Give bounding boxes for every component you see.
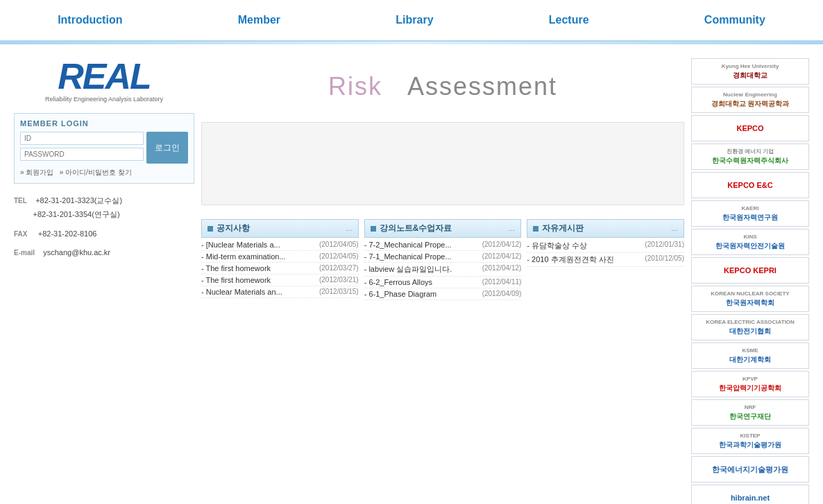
board-item-title[interactable]: - 6-1_Phase Diagram <box>364 290 479 298</box>
board-more-lecture[interactable]: … <box>508 225 515 232</box>
sponsor-item-2[interactable]: KEPCO <box>691 115 809 141</box>
nav-item-member[interactable]: Member <box>224 10 294 30</box>
tel2-row: +82-31-201-3354(연구실) <box>14 208 194 222</box>
board-item: - 6-1_Phase Diagram (2012/04/09) <box>364 288 522 300</box>
board-title-lecture: 강의노트&수업자료 <box>380 223 452 234</box>
sponsor-item-10[interactable]: KSME대한기계학회 <box>691 342 809 369</box>
logo-area: REAL Reliability Engineering Analysis La… <box>14 58 194 103</box>
login-button[interactable]: 로그인 <box>146 132 188 164</box>
board-item: - 2010 추계원전견학 사진 (2010/12/05) <box>527 253 684 267</box>
board-item-date: (2012/04/05) <box>319 241 359 249</box>
login-row: 로그인 <box>20 132 188 164</box>
board-item: - 6-2_Ferrous Alloys (2012/04/11) <box>364 277 522 288</box>
board-item-date: (2012/04/05) <box>319 252 359 261</box>
board-more-freeboard[interactable]: … <box>671 225 678 232</box>
tel1: +82-31-201-3323(교수실) <box>35 196 122 205</box>
register-link[interactable]: » 회원가입 <box>20 168 53 176</box>
board-item-title[interactable]: - Mid-term examination... <box>201 252 316 261</box>
board-item: - The first homework (2012/03/27) <box>201 263 359 275</box>
sponsor-text-13: KISTEP한국과학기술평가원 <box>718 431 783 450</box>
sponsor-item-8[interactable]: KOREAN NUCLEAR SOCIETY한국원자력학회 <box>691 286 809 312</box>
board-item-date: (2012/04/12) <box>482 252 522 261</box>
sponsor-text-11: KPVP한국압력기기공학회 <box>718 374 783 393</box>
board-item-date: (2012/03/21) <box>319 276 359 284</box>
sponsor-item-4[interactable]: KEPCO E&C <box>691 172 809 198</box>
sponsor-item-1[interactable]: Nuclear Engineering경희대학교 원자력공학과 <box>691 87 809 113</box>
sponsor-item-11[interactable]: KPVP한국압력기기공학회 <box>691 371 809 397</box>
board-item-date: (2012/04/09) <box>482 290 522 298</box>
nav-item-lecture[interactable]: Lecture <box>535 10 603 30</box>
board-title-freeboard: 자유게시판 <box>542 223 584 234</box>
login-fields <box>20 132 144 164</box>
nav-item-community[interactable]: Community <box>690 10 779 30</box>
email-row: E-mail yschang@khu.ac.kr <box>14 246 194 260</box>
sponsor-item-5[interactable]: KAERI한국원자력연구원 <box>691 200 809 227</box>
sponsor-text-9: KOREA ELECTRIC ASSOCIATION대한전기협회 <box>704 318 796 336</box>
board-item-date: (2012/03/27) <box>319 264 359 272</box>
board-section-notice: 공지사항 … - [Nuclear Materials a... (2012/0… <box>201 219 359 300</box>
sponsor-text-4: KEPCO E&C <box>726 179 774 191</box>
sponsor-text-10: KSME대한기계학회 <box>728 346 772 365</box>
hero-title: Risk Assessment <box>201 72 684 101</box>
sponsor-item-3[interactable]: 친환경 에너지 기업한국수력원자력주식회사 <box>691 144 809 170</box>
header-divider <box>0 42 823 44</box>
sponsor-text-7: KEPCO KEPRI <box>722 264 778 277</box>
sponsor-item-15[interactable]: hibrain.net <box>691 485 809 504</box>
board-item: - 유담학술상 수상 (2012/01/31) <box>527 239 684 253</box>
board-item-title[interactable]: - Nuclear Materials an... <box>201 288 316 296</box>
sponsor-text-14: 한국에너지기술평가원 <box>711 463 790 476</box>
password-input[interactable] <box>20 148 144 161</box>
board-item: - 7-1_Mechanical Prope... (2012/04/12) <box>364 251 522 263</box>
sponsor-item-12[interactable]: NRF한국연구재단 <box>691 399 809 426</box>
board-item-title[interactable]: - [Nuclear Materials a... <box>201 241 316 249</box>
board-item: - Nuclear Materials an... (2012/03/15) <box>201 286 359 298</box>
sponsor-item-0[interactable]: Kyung Hee University경희대학교 <box>691 58 809 85</box>
logo-text: REAL <box>14 58 194 94</box>
sponsor-text-0: Kyung Hee University경희대학교 <box>720 62 781 80</box>
nav-item-introduction[interactable]: Introduction <box>44 10 136 30</box>
board-icon <box>533 226 538 232</box>
fax: +82-31-202-8106 <box>38 229 97 238</box>
board-item-title[interactable]: - 유담학술상 수상 <box>527 241 641 251</box>
board-item-title[interactable]: - 2010 추계원전견학 사진 <box>527 254 641 265</box>
sponsor-item-14[interactable]: 한국에너지기술평가원 <box>691 456 809 483</box>
id-input[interactable] <box>20 132 144 145</box>
board-item: - Mid-term examination... (2012/04/05) <box>201 251 359 263</box>
main-nav: IntroductionMemberLibraryLectureCommunit… <box>0 0 823 42</box>
sponsor-text-3: 친환경 에너지 기업한국수력원자력주식회사 <box>711 147 790 166</box>
board-item: - labview 실습파일입니다. (2012/04/12) <box>364 263 522 277</box>
board-item-date: (2012/03/15) <box>319 288 359 296</box>
sponsor-text-8: KOREAN NUCLEAR SOCIETY한국원자력학회 <box>709 289 790 308</box>
hero-image <box>201 122 684 205</box>
board-icon <box>207 226 213 232</box>
boards-row: 공지사항 … - [Nuclear Materials a... (2012/0… <box>201 219 684 300</box>
board-item-title[interactable]: - 7-1_Mechanical Prope... <box>364 252 479 261</box>
board-more-notice[interactable]: … <box>346 225 353 232</box>
sponsor-text-5: KAERI한국원자력연구원 <box>721 204 779 223</box>
sponsor-text-2: KEPCO <box>735 122 765 134</box>
tel-row: TEL +82-31-201-3323(교수실) <box>14 194 194 208</box>
find-account-link[interactable]: » 아이디/비밀번호 찾기 <box>60 168 132 176</box>
sponsor-item-13[interactable]: KISTEP한국과학기술평가원 <box>691 428 809 454</box>
board-item-title[interactable]: - 6-2_Ferrous Alloys <box>364 278 479 286</box>
board-item-title[interactable]: - The first homework <box>201 276 316 284</box>
board-title-wrap: 공지사항 <box>207 223 250 234</box>
login-box: MEMBER LOGIN 로그인 » 회원가입 » 아이디/비밀번호 찾기 <box>14 113 194 184</box>
tel-label: TEL <box>14 197 27 205</box>
logo-subtitle: Reliability Engineering Analysis Laborat… <box>14 96 194 103</box>
risk-word: Risk <box>328 72 382 101</box>
board-item-title[interactable]: - labview 실습파일입니다. <box>364 264 479 275</box>
left-sidebar: REAL Reliability Engineering Analysis La… <box>14 58 194 504</box>
sponsor-item-6[interactable]: KINS한국원자력안전기술원 <box>691 229 809 255</box>
board-section-lecture: 강의노트&수업자료 … - 7-2_Mechanical Prope... (2… <box>364 219 522 300</box>
sponsor-item-9[interactable]: KOREA ELECTRIC ASSOCIATION대한전기협회 <box>691 314 809 340</box>
board-item-title[interactable]: - 7-2_Mechanical Prope... <box>364 241 479 249</box>
board-title-wrap: 자유게시판 <box>533 223 584 234</box>
sponsor-item-7[interactable]: KEPCO KEPRI <box>691 257 809 284</box>
email-label: E-mail <box>14 249 35 257</box>
board-item: - The first homework (2012/03/21) <box>201 275 359 286</box>
nav-item-library[interactable]: Library <box>382 10 447 30</box>
board-item-title[interactable]: - The first homework <box>201 264 316 272</box>
right-sidebar: Kyung Hee University경희대학교Nuclear Enginee… <box>691 58 809 504</box>
board-item-date: (2012/04/11) <box>482 278 522 286</box>
